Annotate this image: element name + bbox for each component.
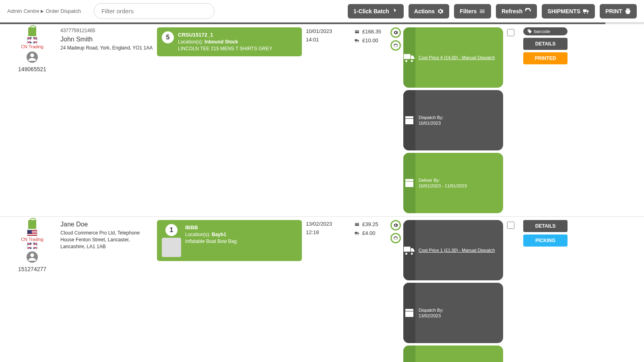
actions-button[interactable]: Actions <box>409 4 449 19</box>
right-column: barcodeDETAILSPRINTED <box>523 27 568 213</box>
price-ship: £10.00 <box>362 36 378 45</box>
print-button[interactable]: PRINT <box>600 4 637 19</box>
refresh-button[interactable]: Refresh <box>496 4 537 19</box>
customer-name: Jane Doe <box>60 220 153 229</box>
user-icon[interactable] <box>27 51 38 63</box>
product-column: 5 CRSU15172_1 Location(s): Inbound Stock… <box>157 27 302 213</box>
filter-input[interactable] <box>94 3 215 19</box>
truck-icon <box>403 220 415 280</box>
print-icon <box>625 8 631 14</box>
progress-bar <box>0 23 644 24</box>
product-code: IBBB <box>185 224 297 231</box>
deliver-pill: Deliver By:14/02/2023 <box>403 346 503 362</box>
order-time: 14:01 <box>306 36 350 44</box>
order-time: 12:18 <box>306 228 350 237</box>
price-total: £39.25 <box>362 220 378 229</box>
customer-sku: 4377759121465 <box>60 27 153 34</box>
dispatch-pill: Dispatch By:13/02/2023 <box>403 283 503 343</box>
breadcrumb-separator-icon: ▶ <box>41 9 44 13</box>
right-button-details[interactable]: DETAILS <box>523 38 568 50</box>
date-column: 13/02/2023 12:18 <box>306 220 350 362</box>
calendar-icon <box>403 346 415 362</box>
price-column: £168.35 £10.00 <box>354 27 386 213</box>
product-column: 1 IBBB Location(s): Bayb1 Inflatable Boa… <box>157 220 302 362</box>
calendar-icon <box>403 283 415 343</box>
box-icon <box>393 236 398 241</box>
deliver-pill: Deliver By:10/01/2023 - 11/01/2023 <box>403 153 503 213</box>
batch-button[interactable]: 1-Click Batch <box>348 4 404 19</box>
customer-info: Jane Doe Cloud Commerce Pro Ltd, Telepho… <box>60 220 153 362</box>
breadcrumb-page: Order Dispatch <box>45 8 80 14</box>
card-icon <box>354 29 360 34</box>
refresh-icon <box>525 8 531 14</box>
product-card[interactable]: 5 CRSU15172_1 Location(s): Inbound Stock… <box>157 27 302 56</box>
tag-icon <box>527 29 532 34</box>
box-circle-button[interactable] <box>390 40 401 51</box>
product-thumb <box>162 238 181 257</box>
cost-pill[interactable]: Cost Price 4 (£4.00) - Manual Dispatch <box>403 27 503 88</box>
order-row: CN Trading 151274277 Jane Doe Cloud Comm… <box>0 217 644 362</box>
settings-circle-button[interactable] <box>390 220 401 230</box>
flag-icon <box>27 230 37 236</box>
gear-icon <box>437 8 444 14</box>
filters-button[interactable]: Filters <box>454 4 491 19</box>
flag-icon <box>27 243 37 249</box>
dispatch-pill: Dispatch By:10/01/2023 <box>403 90 503 150</box>
product-card[interactable]: 1 IBBB Location(s): Bayb1 Inflatable Boa… <box>157 220 302 261</box>
customer-address: Cloud Commerce Pro Ltd, Telephone House … <box>60 230 153 250</box>
calendar-icon <box>403 153 415 213</box>
truck-icon <box>354 38 360 43</box>
order-row: CN Trading 149065521 4377759121465 John … <box>0 24 644 217</box>
cost-pill[interactable]: Cost Price 1 (£1.00) - Manual Dispatch <box>403 220 503 280</box>
actions-column: Cost Price 4 (£4.00) - Manual Dispatch D… <box>390 27 503 213</box>
order-date: 10/01/2023 <box>306 27 350 36</box>
truck-icon <box>403 27 415 88</box>
product-qty: 5 <box>162 31 174 43</box>
product-code: CRSU15172_1 <box>178 31 297 39</box>
price-column: £39.25 £4.00 <box>354 220 386 362</box>
price-total: £168.35 <box>362 27 381 36</box>
order-checkbox[interactable] <box>507 29 514 36</box>
topbar: Admin Centre ▶ Order Dispatch 1-Click Ba… <box>0 0 644 23</box>
shipments-button[interactable]: SHIPMENTS <box>542 4 595 19</box>
price-ship: £4.00 <box>362 229 376 238</box>
box-circle-button[interactable] <box>390 233 401 243</box>
truck-icon <box>583 8 589 14</box>
gear-icon <box>393 223 398 228</box>
customer-address: 24 Madeup Road, York, England, YO1 1AA <box>60 45 153 51</box>
menu-icon <box>479 8 485 14</box>
box-icon <box>393 43 398 48</box>
truck-icon <box>354 231 360 236</box>
actions-column: Cost Price 1 (£1.00) - Manual Dispatch D… <box>390 220 503 362</box>
right-button-details[interactable]: DETAILS <box>523 220 568 232</box>
filter-wrapper <box>94 3 215 19</box>
pointer-icon <box>392 8 398 14</box>
calendar-icon <box>403 90 415 150</box>
flag-icon <box>27 37 37 43</box>
user-icon[interactable] <box>27 251 38 263</box>
order-number: 151274277 <box>18 266 46 272</box>
date-column: 10/01/2023 14:01 <box>306 27 350 213</box>
card-icon <box>354 222 360 227</box>
customer-name: John Smith <box>60 35 153 44</box>
product-qty: 1 <box>165 224 178 236</box>
settings-circle-button[interactable] <box>390 27 401 38</box>
product-desc: Inflatable Boat Bow Bag <box>185 238 297 245</box>
order-checkbox[interactable] <box>507 222 514 229</box>
checkbox-column <box>507 27 519 213</box>
checkbox-column <box>507 220 519 362</box>
breadcrumb-root[interactable]: Admin Centre <box>7 8 39 14</box>
gear-icon <box>393 30 398 35</box>
right-column: DETAILSPICKING <box>523 220 568 362</box>
order-meta: CN Trading 151274277 <box>8 220 56 362</box>
product-desc: LINCOLN TEE 215 MENS T SHIRTS GREY <box>178 45 297 52</box>
order-rows: CN Trading 149065521 4377759121465 John … <box>0 24 644 362</box>
customer-info: 4377759121465 John Smith 24 Madeup Road,… <box>60 27 153 213</box>
breadcrumb: Admin Centre ▶ Order Dispatch <box>7 8 81 14</box>
right-button-printed[interactable]: PRINTED <box>523 52 568 64</box>
order-number: 149065521 <box>18 66 46 72</box>
order-tag[interactable]: barcode <box>523 27 568 35</box>
order-meta: CN Trading 149065521 <box>8 27 56 213</box>
right-button-picking[interactable]: PICKING <box>523 234 568 247</box>
shop-icon <box>28 27 36 36</box>
